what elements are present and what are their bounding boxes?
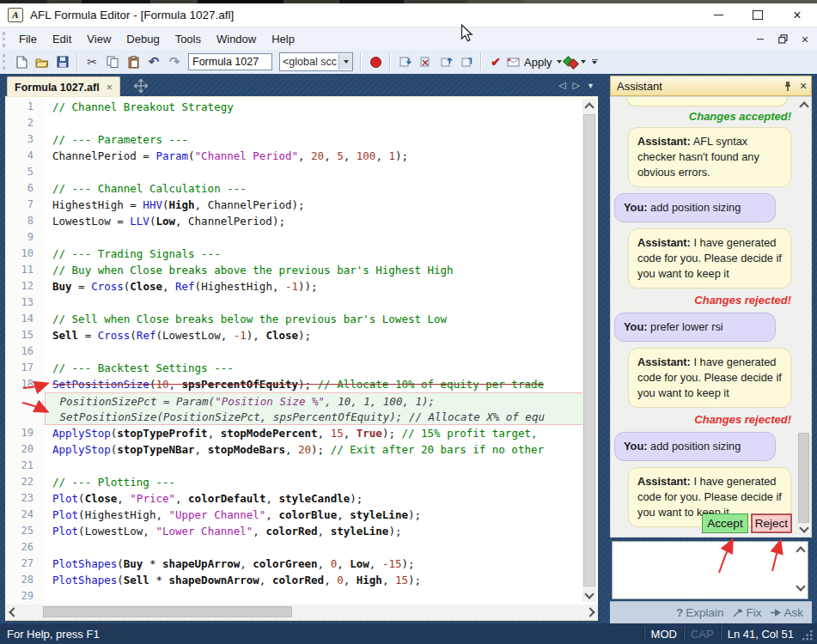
inserted-code-line[interactable]: PositionSizePct = Param("Position Size %… [5, 392, 582, 409]
code-line[interactable]: 15Sell = Cross(Ref(LowestLow, -1), Close… [5, 327, 582, 343]
code-line[interactable]: 21 [5, 458, 582, 474]
editor-vertical-scrollbar[interactable] [582, 99, 596, 602]
code-line[interactable]: 28PlotShapes(Sell * shapeDownArrow, colo… [5, 572, 582, 588]
ask-button[interactable]: Ask [770, 606, 803, 619]
code-line[interactable]: 2 [5, 115, 582, 131]
run-to-cursor-button[interactable] [457, 52, 476, 71]
scroll-up-button[interactable] [797, 98, 810, 112]
mdi-restore-button[interactable] [776, 33, 790, 46]
code-line[interactable]: 26 [5, 539, 582, 556]
code-line[interactable]: 11// Buy when Close breaks above the pre… [5, 262, 582, 278]
tab-scroll-left-button[interactable]: ◁ [558, 80, 565, 91]
scroll-down-button[interactable] [797, 522, 810, 536]
code-line[interactable]: 13 [5, 295, 582, 311]
code-line[interactable]: 17// --- Backtest Settings --- [5, 360, 582, 376]
close-button[interactable]: × [777, 3, 817, 27]
menu-item-view[interactable]: View [79, 28, 119, 51]
undo-button[interactable]: ↶ [144, 52, 163, 71]
scrollbar-thumb[interactable] [583, 114, 595, 586]
menu-item-tools[interactable]: Tools [168, 28, 209, 51]
menu-item-edit[interactable]: Edit [45, 28, 79, 51]
scroll-left-button[interactable] [5, 605, 19, 619]
explain-button[interactable]: ? Explain [676, 606, 723, 619]
code-line[interactable]: 5 [5, 164, 582, 180]
step-over-button[interactable] [416, 52, 435, 71]
scroll-right-button[interactable] [584, 605, 598, 619]
code-line[interactable]: 1// Channel Breakout Strategy [5, 99, 582, 115]
chat-scrollbar[interactable] [797, 98, 810, 536]
mdi-close-button[interactable]: × [798, 33, 812, 46]
paste-button[interactable] [124, 52, 143, 71]
tab-scroll-right-button[interactable]: ▷ [573, 80, 580, 91]
accept-button[interactable]: Accept [702, 513, 748, 533]
redo-button[interactable]: ↷ [165, 52, 184, 71]
check-syntax-button[interactable]: ✔ [486, 52, 505, 71]
apply-button[interactable]: Apply [507, 52, 562, 71]
tab-list-dropdown-button[interactable]: ▼ [587, 82, 594, 90]
formula-name-input[interactable] [188, 53, 272, 70]
scroll-up-button[interactable] [582, 99, 596, 112]
code-line[interactable]: 19ApplyStop(stopTypeProfit, stopModePerc… [5, 425, 582, 441]
code-line[interactable]: 12Buy = Cross(Close, Ref(HighestHigh, -1… [5, 278, 582, 295]
line-number: 28 [5, 572, 45, 588]
reject-button[interactable]: Reject [751, 513, 792, 533]
tab-close-icon[interactable]: × [107, 82, 113, 93]
code-line[interactable]: 20ApplyStop(stopTypeNBar, stopModeBars, … [5, 441, 582, 458]
close-panel-button[interactable]: × [796, 78, 811, 94]
code-line[interactable]: 22// --- Plotting --- [5, 474, 582, 490]
scope-combobox[interactable]: <global scc [279, 52, 353, 71]
code-line[interactable]: 23Plot(Close, "Price", colorDefault, sty… [5, 490, 582, 507]
save-button[interactable] [53, 52, 72, 71]
verify-button[interactable] [564, 52, 586, 71]
copy-button[interactable] [103, 52, 122, 71]
step-out-button[interactable] [436, 52, 455, 71]
code-line[interactable]: 16 [5, 343, 582, 360]
assistant-message-input[interactable] [612, 541, 808, 599]
code-line[interactable]: 9 [5, 229, 582, 246]
pin-panel-button[interactable] [780, 78, 796, 94]
step-out-icon [440, 56, 453, 68]
code-line[interactable]: 14// Sell when Close breaks below the pr… [5, 311, 582, 327]
menu-item-window[interactable]: Window [209, 28, 264, 51]
code-line[interactable]: 3// --- Parameters --- [5, 131, 582, 148]
minimize-button[interactable] [698, 3, 738, 27]
deleted-code-line[interactable]: 18SetPositionSize(10, spsPercentOfEquity… [5, 376, 582, 392]
step-into-button[interactable] [395, 52, 414, 71]
combo-dropdown-button[interactable] [338, 54, 352, 70]
code-line[interactable]: 8LowestLow = LLV(Low, ChannelPeriod); [5, 213, 582, 229]
code-editor[interactable]: 1// Channel Breakout Strategy23// --- Pa… [5, 96, 598, 605]
menu-item-file[interactable]: File [11, 28, 45, 51]
line-number: 23 [5, 490, 45, 507]
code-line[interactable]: 10// --- Trading Signals --- [5, 246, 582, 262]
code-line[interactable]: 7HighestHigh = HHV(High, ChannelPeriod); [5, 197, 582, 213]
toggle-breakpoint-button[interactable] [366, 52, 385, 71]
editor-horizontal-scrollbar[interactable] [5, 605, 598, 621]
cut-button[interactable]: ✂ [82, 52, 101, 71]
resize-grip[interactable] [802, 630, 814, 644]
change-status: Changes accepted! [614, 110, 791, 123]
mdi-minimize-button[interactable] [753, 33, 767, 46]
fix-button[interactable]: Fix [732, 606, 761, 619]
new-file-button[interactable] [12, 52, 31, 71]
code-line[interactable]: 4ChannelPeriod = Param("Channel Period",… [5, 148, 582, 164]
code-line[interactable]: 29 [5, 588, 582, 605]
scroll-down-button[interactable] [582, 588, 596, 602]
scrollbar-thumb[interactable] [43, 606, 292, 617]
code-text: // Buy when Close breaks above the previ… [45, 262, 582, 278]
code-text: // --- Channel Calculation --- [45, 180, 582, 197]
tab-formula-1027[interactable]: Formula 1027.afl × [7, 76, 120, 97]
input-scrollbar[interactable] [795, 543, 807, 599]
code-line[interactable]: 6// --- Channel Calculation --- [5, 180, 582, 197]
code-line[interactable]: 27PlotShapes(Buy * shapeUpArrow, colorGr… [5, 556, 582, 572]
menu-item-help[interactable]: Help [264, 28, 302, 51]
toolbar-overflow-button[interactable] [592, 59, 598, 64]
menu-item-debug[interactable]: Debug [119, 28, 167, 51]
scrollbar-thumb[interactable] [798, 433, 809, 523]
user-message: You: add position sizing [614, 193, 776, 222]
line-number: 29 [5, 588, 45, 605]
code-line[interactable]: 24Plot(HighestHigh, "Upper Channel", col… [5, 507, 582, 523]
inserted-code-line[interactable]: SetPositionSize(PositionSizePct, spsPerc… [5, 409, 582, 425]
open-file-button[interactable] [33, 52, 52, 71]
maximize-button[interactable] [738, 3, 777, 27]
code-line[interactable]: 25Plot(LowestLow, "Lower Channel", color… [5, 523, 582, 539]
